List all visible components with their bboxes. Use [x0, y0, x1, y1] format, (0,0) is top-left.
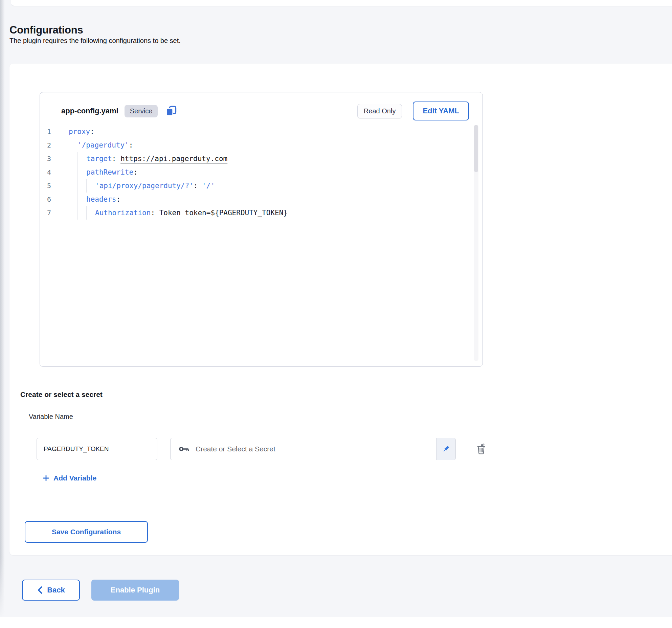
variable-rows: Create or Select a Secret [37, 437, 658, 461]
code-token: Token token=${PAGERDUTY_TOKEN} [159, 206, 288, 220]
editor-scrollbar[interactable] [474, 125, 478, 361]
enable-plugin-button[interactable]: Enable Plugin [91, 580, 179, 601]
line-number: 6 [40, 193, 51, 206]
code-token: pathRewrite [86, 165, 133, 179]
code-token: : [112, 152, 120, 165]
copy-button[interactable] [165, 105, 177, 117]
indent-guide [69, 138, 77, 152]
code-token: '/' [202, 179, 215, 193]
indent-guide [77, 179, 86, 193]
code-line: 2'/pagerduty': [40, 138, 472, 152]
save-configurations-button[interactable]: Save Configurations [25, 521, 148, 543]
indent-guide [69, 165, 77, 179]
code-token: target [86, 152, 112, 165]
configurations-card: app-config.yaml Service Read Only Edit Y… [9, 64, 672, 555]
pin-icon [442, 445, 450, 453]
bottom-background [0, 617, 672, 628]
indent-guide [77, 193, 86, 206]
plus-icon [42, 474, 50, 482]
page-subtitle: The plugin requires the following config… [9, 37, 181, 45]
code-lines: 1proxy:2'/pagerduty':3target: https://ap… [40, 125, 472, 220]
line-number: 1 [40, 125, 51, 138]
indent-guide [86, 206, 95, 220]
chevron-left-icon [37, 586, 43, 594]
read-only-badge: Read Only [357, 104, 402, 118]
code-editor[interactable]: 1proxy:2'/pagerduty':3target: https://ap… [40, 125, 472, 363]
add-variable-label: Add Variable [53, 474, 96, 482]
code-line: 1proxy: [40, 125, 472, 138]
line-number: 3 [40, 152, 51, 165]
secret-select-placeholder: Create or Select a Secret [196, 445, 436, 453]
code-line: 4pathRewrite: [40, 165, 472, 179]
line-number: 2 [40, 138, 51, 152]
indent-guide [86, 179, 95, 193]
variable-name-label: Variable Name [29, 413, 73, 421]
file-name: app-config.yaml [61, 107, 118, 115]
code-line: 7Authorization: Token token=${PAGERDUTY_… [40, 206, 472, 220]
code-line: 3target: https://api.pagerduty.com [40, 152, 472, 165]
code-token: : [194, 179, 202, 193]
delete-variable-button[interactable] [473, 441, 489, 457]
code-token: : [116, 193, 121, 206]
service-badge: Service [125, 105, 158, 117]
code-token: Authorization [95, 206, 151, 220]
indent-guide [69, 152, 77, 165]
line-number: 5 [40, 179, 51, 193]
secret-section-heading: Create or select a secret [20, 390, 103, 399]
indent-guide [77, 165, 86, 179]
code-line: 5'api/proxy/pagerduty/?': '/' [40, 179, 472, 193]
variable-name-input[interactable] [37, 438, 157, 460]
edit-yaml-button[interactable]: Edit YAML [413, 102, 469, 120]
add-variable-button[interactable]: Add Variable [40, 474, 98, 483]
editor-header: app-config.yaml Service Read Only Edit Y… [40, 92, 483, 121]
code-token: headers [86, 193, 116, 206]
code-line: 6headers: [40, 193, 472, 206]
code-token: : [129, 138, 133, 152]
previous-card-bottom-edge [11, 0, 672, 6]
back-button[interactable]: Back [22, 580, 80, 601]
code-token: '/pagerduty' [77, 138, 129, 152]
editor-scrollbar-thumb[interactable] [474, 125, 478, 172]
line-number: 7 [40, 206, 51, 220]
yaml-editor-card: app-config.yaml Service Read Only Edit Y… [40, 92, 483, 367]
key-icon [179, 446, 190, 452]
code-token: : [151, 206, 159, 220]
indent-guide [77, 152, 86, 165]
copy-icon [165, 113, 177, 118]
variable-row: Create or Select a Secret [37, 437, 658, 461]
left-edge-shadow [0, 0, 5, 619]
pin-button[interactable] [436, 438, 455, 460]
code-token: 'api/proxy/pagerduty/?' [95, 179, 194, 193]
trash-icon [476, 443, 486, 455]
indent-guide [69, 193, 77, 206]
code-token: proxy [69, 125, 90, 138]
code-token: : [90, 125, 94, 138]
indent-guide [69, 179, 77, 193]
indent-guide [77, 206, 86, 220]
code-token: : [133, 165, 138, 179]
code-token: https://api.pagerduty.com [120, 152, 227, 165]
page-title: Configurations [9, 24, 83, 36]
indent-guide [69, 206, 77, 220]
secret-select[interactable]: Create or Select a Secret [170, 438, 456, 460]
line-number: 4 [40, 165, 51, 179]
back-button-label: Back [47, 586, 65, 595]
